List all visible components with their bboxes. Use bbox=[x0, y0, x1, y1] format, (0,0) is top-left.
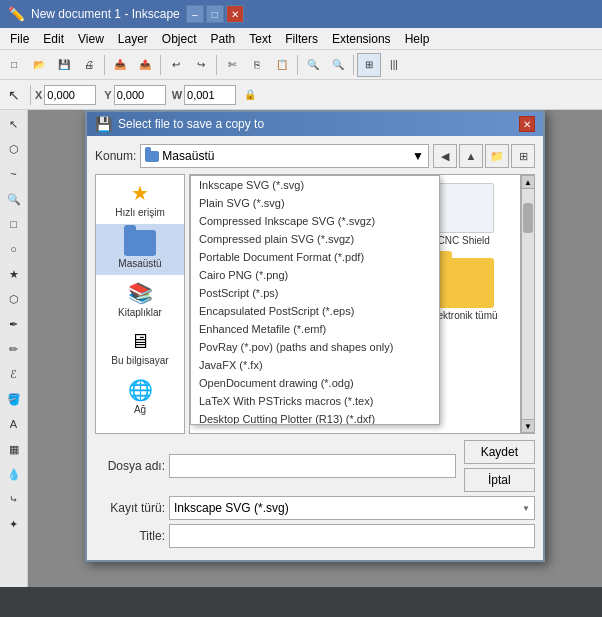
nav-back-button[interactable]: ◀ bbox=[433, 144, 457, 168]
import-button[interactable]: 📥 bbox=[108, 53, 132, 77]
location-dropdown[interactable]: Masaüstü ▼ bbox=[140, 144, 429, 168]
bookmark-computer[interactable]: 🖥 Bu bilgisayar bbox=[96, 324, 184, 372]
menu-view[interactable]: View bbox=[72, 30, 110, 48]
select-tool[interactable]: ↖ bbox=[2, 83, 26, 107]
filetype-option-1[interactable]: Plain SVG (*.svg) bbox=[191, 194, 439, 212]
tool-tweak[interactable]: ~ bbox=[2, 162, 26, 186]
bookmark-desktop[interactable]: Masaüstü bbox=[96, 224, 184, 275]
tool-calligraphy[interactable]: ℰ bbox=[2, 362, 26, 386]
menu-file[interactable]: File bbox=[4, 30, 35, 48]
file-area-main: 2. sınıf kitap CN bbox=[189, 174, 535, 434]
tool-rect[interactable]: □ bbox=[2, 212, 26, 236]
maximize-button[interactable]: □ bbox=[206, 5, 224, 23]
filetype-label: Kayıt türü: bbox=[95, 501, 165, 515]
filetype-row: Kayıt türü: Inkscape SVG (*.svg) ▼ bbox=[95, 496, 535, 520]
filetype-option-9[interactable]: PovRay (*.pov) (paths and shapes only) bbox=[191, 338, 439, 356]
tool-zoom[interactable]: 🔍 bbox=[2, 187, 26, 211]
zoom-in-button[interactable]: 🔍 bbox=[301, 53, 325, 77]
grid-button[interactable]: ⊞ bbox=[357, 53, 381, 77]
filename-label: Dosya adı: bbox=[95, 459, 165, 473]
tool-star[interactable]: ★ bbox=[2, 262, 26, 286]
tool-pencil[interactable]: ✏ bbox=[2, 337, 26, 361]
tool-spray[interactable]: ✦ bbox=[2, 512, 26, 536]
save-button[interactable]: 💾 bbox=[52, 53, 76, 77]
dialog-body: Konum: Masaüstü ▼ ◀ bbox=[87, 136, 543, 560]
filename-input[interactable] bbox=[169, 454, 456, 478]
tool-dropper[interactable]: 💧 bbox=[2, 462, 26, 486]
tool-gradient[interactable]: ▦ bbox=[2, 437, 26, 461]
scroll-up-button[interactable]: ▲ bbox=[521, 175, 535, 189]
filetype-option-11[interactable]: OpenDocument drawing (*.odg) bbox=[191, 374, 439, 392]
export-button[interactable]: 📤 bbox=[133, 53, 157, 77]
menu-extensions[interactable]: Extensions bbox=[326, 30, 397, 48]
paste-button[interactable]: 📋 bbox=[270, 53, 294, 77]
tool-pen[interactable]: ✒ bbox=[2, 312, 26, 336]
nav-up-button[interactable]: ▲ bbox=[459, 144, 483, 168]
save-button[interactable]: Kaydet bbox=[464, 440, 535, 464]
title-input[interactable] bbox=[169, 524, 535, 548]
tool-node[interactable]: ⬡ bbox=[2, 137, 26, 161]
tool-select[interactable]: ↖ bbox=[2, 112, 26, 136]
nav-new-folder-button[interactable]: 📁 bbox=[485, 144, 509, 168]
undo-button[interactable]: ↩ bbox=[164, 53, 188, 77]
copy-button[interactable]: ⎘ bbox=[245, 53, 269, 77]
w-input[interactable] bbox=[184, 85, 236, 105]
cancel-button[interactable]: İptal bbox=[464, 468, 535, 492]
tool-connector[interactable]: ⤷ bbox=[2, 487, 26, 511]
filetype-option-0[interactable]: Inkscape SVG (*.svg) bbox=[191, 176, 439, 194]
nav-view-button[interactable]: ⊞ bbox=[511, 144, 535, 168]
menu-filters[interactable]: Filters bbox=[279, 30, 324, 48]
scroll-thumb[interactable] bbox=[523, 203, 533, 233]
filetype-option-13[interactable]: Desktop Cutting Plotter (R13) (*.dxf) bbox=[191, 410, 439, 425]
scroll-down-button[interactable]: ▼ bbox=[521, 419, 535, 433]
dialog-close-button[interactable]: ✕ bbox=[519, 116, 535, 132]
bookmark-network[interactable]: 🌐 Ağ bbox=[96, 372, 184, 421]
print-button[interactable]: 🖨 bbox=[77, 53, 101, 77]
filetype-option-10[interactable]: JavaFX (*.fx) bbox=[191, 356, 439, 374]
tool-circle[interactable]: ○ bbox=[2, 237, 26, 261]
bookmarks-panel: ★ Hızlı erişim Masaüstü 📚 bbox=[95, 174, 185, 434]
title-bar: ✏️ New document 1 - Inkscape – □ ✕ bbox=[0, 0, 602, 28]
open-button[interactable]: 📂 bbox=[27, 53, 51, 77]
location-label: Konum: bbox=[95, 149, 136, 163]
menu-path[interactable]: Path bbox=[205, 30, 242, 48]
bookmark-libraries-label: Kitaplıklar bbox=[118, 307, 162, 318]
filetype-dropdown: Inkscape SVG (*.svg) Plain SVG (*.svg) C… bbox=[190, 175, 440, 425]
filetype-option-8[interactable]: Enhanced Metafile (*.emf) bbox=[191, 320, 439, 338]
canvas-area: 💾 Select file to save a copy to ✕ Konum: bbox=[28, 110, 602, 587]
redo-button[interactable]: ↪ bbox=[189, 53, 213, 77]
scrollbar[interactable]: ▲ ▼ bbox=[521, 174, 535, 434]
filetype-option-2[interactable]: Compressed Inkscape SVG (*.svgz) bbox=[191, 212, 439, 230]
bookmark-libraries[interactable]: 📚 Kitaplıklar bbox=[96, 275, 184, 324]
close-button[interactable]: ✕ bbox=[226, 5, 244, 23]
tool-3d[interactable]: ⬡ bbox=[2, 287, 26, 311]
menu-edit[interactable]: Edit bbox=[37, 30, 70, 48]
x-input[interactable] bbox=[44, 85, 96, 105]
filetype-option-3[interactable]: Compressed plain SVG (*.svgz) bbox=[191, 230, 439, 248]
menu-help[interactable]: Help bbox=[399, 30, 436, 48]
tool-text[interactable]: A bbox=[2, 412, 26, 436]
filetype-option-12[interactable]: LaTeX With PSTricks macros (*.tex) bbox=[191, 392, 439, 410]
menu-text[interactable]: Text bbox=[243, 30, 277, 48]
tool-bucket[interactable]: 🪣 bbox=[2, 387, 26, 411]
minimize-button[interactable]: – bbox=[186, 5, 204, 23]
filetype-option-5[interactable]: Cairo PNG (*.png) bbox=[191, 266, 439, 284]
lock-button[interactable]: 🔒 bbox=[238, 83, 262, 107]
bookmark-network-label: Ağ bbox=[134, 404, 146, 415]
cut-button[interactable]: ✄ bbox=[220, 53, 244, 77]
filetype-option-4[interactable]: Portable Document Format (*.pdf) bbox=[191, 248, 439, 266]
menu-object[interactable]: Object bbox=[156, 30, 203, 48]
filetype-select[interactable]: Inkscape SVG (*.svg) ▼ bbox=[169, 496, 535, 520]
zoom-out-button[interactable]: 🔍 bbox=[326, 53, 350, 77]
bookmark-computer-label: Bu bilgisayar bbox=[111, 355, 168, 366]
menu-layer[interactable]: Layer bbox=[112, 30, 154, 48]
filetype-option-7[interactable]: Encapsulated PostScript (*.eps) bbox=[191, 302, 439, 320]
y-label: Y bbox=[104, 89, 111, 101]
bookmark-quick-access[interactable]: ★ Hızlı erişim bbox=[96, 175, 184, 224]
save-cancel-buttons: Kaydet İptal bbox=[464, 440, 535, 492]
filetype-option-6[interactable]: PostScript (*.ps) bbox=[191, 284, 439, 302]
snap-button[interactable]: ||| bbox=[382, 53, 406, 77]
new-button[interactable]: □ bbox=[2, 53, 26, 77]
nav-buttons: ◀ ▲ 📁 ⊞ bbox=[433, 144, 535, 168]
y-input[interactable] bbox=[114, 85, 166, 105]
